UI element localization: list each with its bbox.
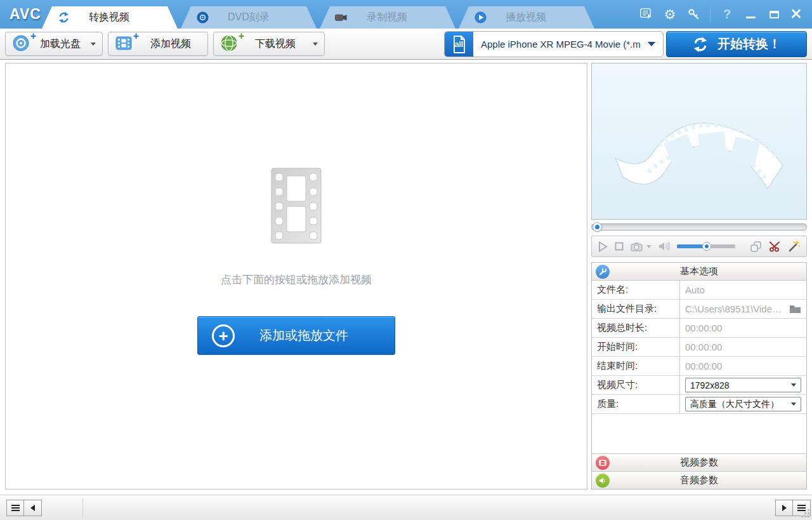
- option-label: 开始时间:: [592, 338, 679, 356]
- download-video-button[interactable]: + 下载视频: [213, 32, 325, 56]
- option-row-output-dir: 输出文件目录: C:\Users\89511\Videos\...: [592, 300, 806, 319]
- video-size-select[interactable]: 1792x828: [685, 378, 801, 392]
- expand-right-icon[interactable]: [775, 500, 793, 516]
- snapshot-dropdown-arrow[interactable]: [646, 245, 652, 248]
- volume-slider[interactable]: [677, 242, 735, 251]
- option-value[interactable]: 00:00:00: [679, 357, 806, 375]
- option-row-filename: 文件名: Auto: [592, 281, 806, 300]
- option-row-quality: 质量: 高质量（大尺寸文件）: [592, 395, 806, 414]
- titlebar-divider: [710, 7, 710, 22]
- minimize-icon[interactable]: [743, 8, 757, 22]
- video-params-header[interactable]: 视频参数: [592, 453, 806, 471]
- tab-label: 播放视频: [506, 11, 546, 24]
- start-convert-label: 开始转换！: [717, 36, 781, 53]
- tab-convert-video[interactable]: 转换视频: [42, 6, 178, 29]
- log-panel-icon[interactable]: [639, 8, 653, 22]
- seek-slider[interactable]: [591, 222, 807, 232]
- wrench-icon: [596, 265, 610, 279]
- scissors-icon[interactable]: [769, 241, 781, 252]
- magic-wand-icon[interactable]: [788, 241, 800, 252]
- film-icon: [596, 456, 610, 470]
- option-row-start-time: 开始时间: 00:00:00: [592, 338, 806, 357]
- tab-record-video[interactable]: 录制视频: [320, 6, 455, 29]
- load-disc-button[interactable]: + 加载光盘: [5, 32, 103, 56]
- toolbar: + 加载光盘 + 添加视频 + 下载视频 all Apple iPhone XR…: [0, 29, 812, 60]
- sync-white-icon: [692, 36, 709, 53]
- tab-dvd-burn[interactable]: DVD刻录: [181, 6, 317, 29]
- globe-plus-icon: +: [220, 34, 239, 53]
- maximize-icon[interactable]: [767, 8, 781, 22]
- output-format-select[interactable]: all Apple iPhone XR MPEG-4 Movie (*.m...: [444, 31, 664, 57]
- all-formats-icon: all: [445, 32, 473, 57]
- chevron-down-icon: [791, 383, 796, 387]
- tab-play-video[interactable]: 播放视频: [459, 6, 594, 29]
- disc-plus-icon: +: [12, 34, 31, 53]
- help-icon[interactable]: ?: [720, 8, 734, 22]
- preview-screen: [591, 63, 807, 220]
- option-row-video-size: 视频尺寸: 1792x828: [592, 376, 806, 395]
- start-convert-button[interactable]: 开始转换！: [666, 31, 807, 57]
- options-panel: 基本选项 文件名: Auto 输出文件目录: C:\Users\89511\Vi…: [591, 262, 807, 490]
- add-video-label: 添加视频: [134, 37, 207, 51]
- add-or-drop-files-label: 添加或拖放文件: [235, 327, 395, 344]
- plus-badge: +: [30, 30, 36, 42]
- option-label: 文件名:: [592, 281, 679, 299]
- quality-select[interactable]: 高质量（大尺寸文件）: [685, 397, 801, 411]
- snapshot-camera-icon[interactable]: [631, 242, 643, 251]
- filmstrip-watermark: [604, 77, 794, 206]
- collapse-list-button: [6, 500, 42, 516]
- option-value: 1792x828: [679, 376, 806, 394]
- close-icon[interactable]: [790, 8, 804, 22]
- list-view-icon[interactable]: [6, 500, 24, 516]
- play-icon[interactable]: [598, 241, 608, 252]
- download-video-label: 下载视频: [239, 37, 311, 51]
- option-value[interactable]: 00:00:00: [679, 338, 806, 356]
- dropdown-arrow-icon[interactable]: [91, 43, 96, 46]
- register-key-icon[interactable]: [686, 8, 700, 22]
- resize-grip[interactable]: [801, 509, 810, 518]
- tab-label: 转换视频: [89, 11, 129, 24]
- disc-icon: [196, 11, 209, 24]
- chevron-down-icon: [648, 42, 655, 46]
- option-label: 视频总时长:: [592, 319, 679, 337]
- seek-track[interactable]: [591, 223, 807, 230]
- option-label: 质量:: [592, 395, 679, 413]
- basic-options-title: 基本选项: [610, 265, 789, 277]
- load-disc-label: 加载光盘: [31, 37, 89, 51]
- window-controls: ⚙ ?: [639, 0, 804, 29]
- stop-icon[interactable]: [615, 242, 624, 251]
- tab-label: DVD刻录: [228, 11, 270, 24]
- option-value[interactable]: C:\Users\89511\Videos\...: [679, 300, 806, 318]
- film-plus-icon: +: [115, 34, 134, 53]
- options-spacer: [592, 414, 806, 453]
- settings-gear-icon[interactable]: ⚙: [663, 8, 677, 22]
- speaker-icon[interactable]: [658, 241, 670, 251]
- plus-circle-icon: +: [212, 324, 235, 347]
- option-value[interactable]: Auto: [679, 281, 806, 299]
- camera-icon: [335, 11, 348, 24]
- add-video-button[interactable]: + 添加视频: [108, 32, 208, 56]
- video-params-title: 视频参数: [610, 457, 789, 469]
- tab-bar: 转换视频 DVD刻录 录制视频 播放视频: [42, 6, 598, 29]
- sync-icon: [57, 11, 70, 24]
- option-value: 高质量（大尺寸文件）: [679, 395, 806, 413]
- preview-controls: [591, 236, 807, 257]
- audio-params-header[interactable]: 音频参数: [592, 471, 806, 489]
- drop-hint-text: 点击下面的按钮或拖放添加视频: [221, 272, 372, 287]
- dropdown-arrow-icon[interactable]: [313, 43, 318, 46]
- collapse-left-icon[interactable]: [24, 500, 42, 516]
- option-label: 视频尺寸:: [592, 376, 679, 394]
- option-row-end-time: 结束时间: 00:00:00: [592, 357, 806, 376]
- statusbar-divider: [82, 499, 83, 517]
- add-or-drop-files-button[interactable]: + 添加或拖放文件: [197, 316, 395, 355]
- folder-browse-icon[interactable]: [789, 304, 801, 314]
- basic-options-header[interactable]: 基本选项: [592, 263, 806, 281]
- volume-handle[interactable]: [702, 242, 711, 251]
- option-row-duration: 视频总时长: 00:00:00: [592, 319, 806, 338]
- chevron-down-icon: [791, 403, 796, 406]
- speaker-small-icon: [596, 474, 610, 488]
- video-list-dropzone[interactable]: 点击下面的按钮或拖放添加视频 + 添加或拖放文件: [5, 63, 587, 490]
- titlebar: AVC 转换视频 DVD刻录 录制视频 播放视频: [0, 0, 812, 29]
- seek-handle[interactable]: [593, 222, 602, 232]
- clip-pages-icon[interactable]: [750, 241, 762, 253]
